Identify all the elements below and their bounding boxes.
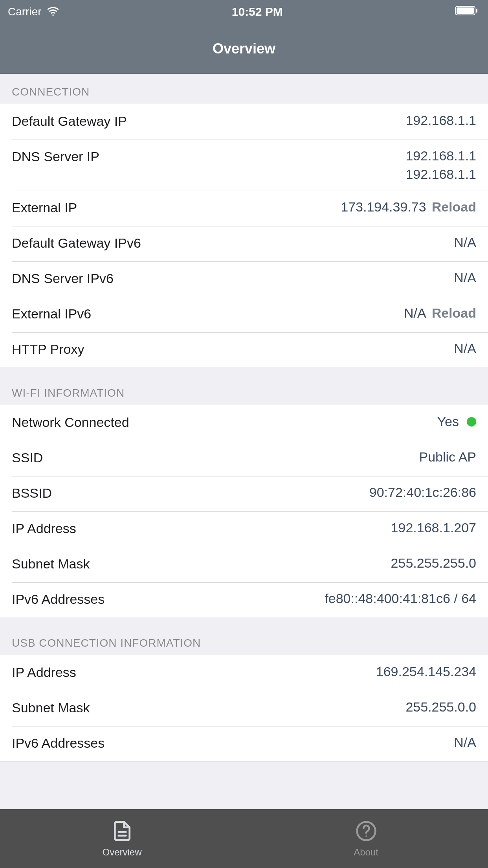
content-scroll[interactable]: CONNECTION Default Gateway IP 192.168.1.…	[0, 74, 488, 809]
value-external-ip: 173.194.39.73	[341, 199, 426, 215]
label-network-connected: Network Connected	[12, 414, 437, 430]
row-usb-ipv6: IPv6 Addresses N/A	[0, 726, 488, 761]
row-usb-ip: IP Address 169.254.145.234	[0, 655, 488, 691]
value-default-gateway-ipv6: N/A	[454, 235, 476, 250]
page-title: Overview	[213, 40, 275, 57]
row-dns-server-ip: DNS Server IP 192.168.1.1 192.168.1.1	[0, 140, 488, 191]
row-external-ipv6: External IPv6 N/A Reload	[0, 297, 488, 332]
row-external-ip: External IP 173.194.39.73 Reload	[0, 191, 488, 226]
label-dns-server-ipv6: DNS Server IPv6	[12, 270, 454, 286]
value-bssid: 90:72:40:1c:26:86	[369, 485, 476, 500]
row-http-proxy: HTTP Proxy N/A	[0, 332, 488, 368]
label-ssid: SSID	[12, 449, 419, 465]
tab-about-label: About	[354, 847, 378, 858]
document-icon	[111, 820, 133, 844]
value-usb-ipv6: N/A	[454, 735, 476, 750]
row-dns-server-ipv6: DNS Server IPv6 N/A	[0, 261, 488, 297]
label-wifi-subnet: Subnet Mask	[12, 555, 391, 572]
value-external-ipv6: N/A	[404, 305, 426, 321]
carrier-label: Carrier	[8, 6, 42, 18]
row-bssid: BSSID 90:72:40:1c:26:86	[0, 476, 488, 511]
reload-external-ipv6-button[interactable]: Reload	[432, 305, 476, 321]
label-default-gateway-ip: Default Gateway IP	[12, 113, 405, 129]
tab-overview-label: Overview	[102, 847, 141, 858]
row-ssid: SSID Public AP	[0, 441, 488, 476]
row-wifi-ipv6: IPv6 Addresses fe80::48:400:41:81c6 / 64	[0, 582, 488, 618]
value-dns-server-ip-1: 192.168.1.1	[405, 148, 476, 164]
tab-overview[interactable]: Overview	[0, 809, 244, 868]
label-usb-ipv6: IPv6 Addresses	[12, 735, 454, 751]
row-wifi-subnet: Subnet Mask 255.255.255.0	[0, 547, 488, 582]
svg-rect-2	[457, 7, 474, 14]
label-wifi-ipv6: IPv6 Addresses	[12, 591, 325, 607]
row-usb-subnet: Subnet Mask 255.255.0.0	[0, 691, 488, 726]
tab-about[interactable]: About	[244, 809, 488, 868]
group-wifi: Network Connected Yes SSID Public AP BSS…	[0, 405, 488, 618]
group-connection: Default Gateway IP 192.168.1.1 DNS Serve…	[0, 104, 488, 368]
svg-point-7	[365, 835, 367, 837]
section-header-wifi: WI-FI INFORMATION	[0, 368, 488, 405]
label-external-ip: External IP	[12, 199, 341, 215]
group-usb: IP Address 169.254.145.234 Subnet Mask 2…	[0, 655, 488, 762]
value-dns-server-ip-2: 192.168.1.1	[405, 167, 476, 182]
value-usb-subnet: 255.255.0.0	[405, 699, 476, 715]
label-wifi-ip: IP Address	[12, 520, 391, 536]
wifi-icon	[46, 4, 60, 20]
value-http-proxy: N/A	[454, 341, 476, 356]
battery-icon	[455, 5, 479, 19]
section-header-connection: CONNECTION	[0, 74, 488, 104]
question-circle-icon	[355, 820, 377, 844]
label-http-proxy: HTTP Proxy	[12, 341, 454, 357]
label-usb-subnet: Subnet Mask	[12, 699, 405, 715]
status-dot-icon	[467, 417, 476, 427]
status-left: Carrier	[8, 4, 60, 20]
row-network-connected: Network Connected Yes	[0, 405, 488, 441]
value-ssid: Public AP	[419, 449, 476, 465]
label-bssid: BSSID	[12, 485, 369, 501]
value-default-gateway-ip: 192.168.1.1	[405, 113, 476, 128]
tab-bar: Overview About	[0, 809, 488, 868]
label-default-gateway-ipv6: Default Gateway IPv6	[12, 235, 454, 251]
label-external-ipv6: External IPv6	[12, 305, 404, 322]
reload-external-ip-button[interactable]: Reload	[432, 199, 476, 215]
row-default-gateway-ip: Default Gateway IP 192.168.1.1	[0, 104, 488, 140]
svg-point-0	[52, 14, 54, 16]
value-wifi-ipv6: fe80::48:400:41:81c6 / 64	[325, 591, 476, 606]
section-header-usb: USB CONNECTION INFORMATION	[0, 618, 488, 655]
nav-bar: Overview	[0, 24, 488, 74]
row-default-gateway-ipv6: Default Gateway IPv6 N/A	[0, 226, 488, 261]
value-wifi-ip: 192.168.1.207	[391, 520, 476, 535]
status-bar: Carrier 10:52 PM	[0, 0, 488, 24]
value-dns-server-ipv6: N/A	[454, 270, 476, 285]
row-wifi-ip: IP Address 192.168.1.207	[0, 511, 488, 547]
value-wifi-subnet: 255.255.255.0	[391, 555, 476, 571]
status-right	[455, 5, 479, 19]
svg-rect-3	[476, 9, 477, 13]
value-network-connected: Yes	[437, 414, 459, 429]
value-usb-ip: 169.254.145.234	[376, 664, 476, 679]
label-usb-ip: IP Address	[12, 664, 376, 680]
label-dns-server-ip: DNS Server IP	[12, 148, 405, 164]
status-time: 10:52 PM	[232, 5, 283, 18]
